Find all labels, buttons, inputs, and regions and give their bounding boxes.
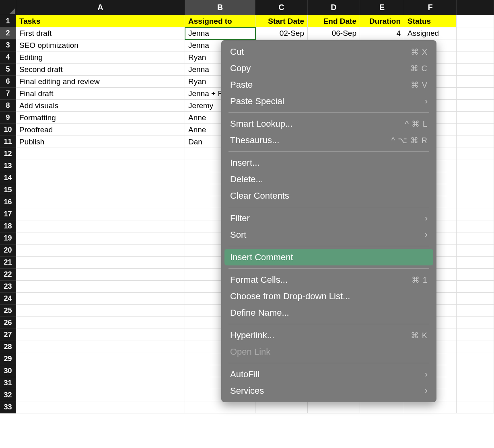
cell-B33[interactable]	[185, 401, 255, 413]
cell-A10[interactable]: Proofread	[16, 124, 185, 136]
cell-G12[interactable]	[457, 148, 494, 160]
row-header-20[interactable]: 20	[0, 245, 16, 257]
cell-A6[interactable]: Final editing and review	[16, 76, 185, 88]
cell-G2[interactable]	[457, 27, 494, 39]
cell-A3[interactable]: SEO optimization	[16, 39, 185, 51]
row-header-15[interactable]: 15	[0, 184, 16, 196]
cell-G19[interactable]	[457, 232, 494, 245]
row-header-28[interactable]: 28	[0, 341, 16, 353]
row-header-31[interactable]: 31	[0, 377, 16, 389]
cell-A18[interactable]	[16, 220, 185, 232]
row-header-7[interactable]: 7	[0, 88, 16, 100]
row-header-5[interactable]: 5	[0, 64, 16, 76]
cell-G22[interactable]	[457, 269, 494, 281]
row-header-22[interactable]: 22	[0, 269, 16, 281]
row-header-32[interactable]: 32	[0, 389, 16, 401]
menu-insert[interactable]: Insert...	[221, 154, 436, 171]
row-header-19[interactable]: 19	[0, 232, 16, 245]
cell-A22[interactable]	[16, 269, 185, 281]
cell-A11[interactable]: Publish	[16, 136, 185, 148]
row-header-30[interactable]: 30	[0, 365, 16, 377]
cell-A17[interactable]	[16, 208, 185, 220]
cell-G18[interactable]	[457, 220, 494, 232]
row-header-27[interactable]: 27	[0, 329, 16, 341]
cell-D2[interactable]: 06-Sep	[308, 27, 360, 39]
cell-G23[interactable]	[457, 281, 494, 293]
cell-C33[interactable]	[255, 401, 308, 413]
row-header-24[interactable]: 24	[0, 293, 16, 305]
cell-A30[interactable]	[16, 365, 185, 377]
cell-G13[interactable]	[457, 160, 494, 172]
cell-A33[interactable]	[16, 401, 185, 413]
cell-A2[interactable]: First draft	[16, 27, 185, 39]
cell-A23[interactable]	[16, 281, 185, 293]
cell-A24[interactable]	[16, 293, 185, 305]
cell-A14[interactable]	[16, 172, 185, 184]
cell-G26[interactable]	[457, 317, 494, 329]
cell-G30[interactable]	[457, 365, 494, 377]
cell-G17[interactable]	[457, 208, 494, 220]
cell-A7[interactable]: Final draft	[16, 88, 185, 100]
row-header-13[interactable]: 13	[0, 160, 16, 172]
cell-G21[interactable]	[457, 257, 494, 269]
row-header-29[interactable]: 29	[0, 353, 16, 365]
menu-define-name[interactable]: Define Name...	[221, 304, 436, 321]
cell-E33[interactable]	[360, 401, 404, 413]
cell-F2[interactable]: Assigned	[404, 27, 457, 39]
menu-filter[interactable]: Filter ›	[221, 210, 436, 226]
menu-dropdown-list[interactable]: Choose from Drop-down List...	[221, 288, 436, 304]
menu-delete[interactable]: Delete...	[221, 171, 436, 187]
menu-services[interactable]: Services ›	[221, 382, 436, 399]
cell-D1[interactable]: End Date	[308, 15, 360, 27]
menu-clear-contents[interactable]: Clear Contents	[221, 187, 436, 204]
menu-paste-special[interactable]: Paste Special ›	[221, 93, 436, 109]
col-header-G[interactable]	[457, 0, 494, 15]
cell-A16[interactable]	[16, 196, 185, 208]
cell-G3[interactable]	[457, 39, 494, 51]
cell-A26[interactable]	[16, 317, 185, 329]
row-header-14[interactable]: 14	[0, 172, 16, 184]
cell-A19[interactable]	[16, 232, 185, 245]
cell-G25[interactable]	[457, 305, 494, 317]
cell-G32[interactable]	[457, 389, 494, 401]
row-header-1[interactable]: 1	[0, 15, 16, 27]
cell-G16[interactable]	[457, 196, 494, 208]
row-header-12[interactable]: 12	[0, 148, 16, 160]
cell-A28[interactable]	[16, 341, 185, 353]
cell-A29[interactable]	[16, 353, 185, 365]
cell-A4[interactable]: Editing	[16, 51, 185, 64]
cell-G29[interactable]	[457, 353, 494, 365]
cell-G6[interactable]	[457, 76, 494, 88]
menu-smart-lookup[interactable]: Smart Lookup... ^ ⌘ L	[221, 115, 436, 132]
cell-G28[interactable]	[457, 341, 494, 353]
cell-A21[interactable]	[16, 257, 185, 269]
row-header-23[interactable]: 23	[0, 281, 16, 293]
menu-insert-comment[interactable]: Insert Comment	[224, 249, 433, 265]
cell-A1[interactable]: Tasks	[16, 15, 185, 27]
menu-hyperlink[interactable]: Hyperlink... ⌘ K	[221, 327, 436, 343]
cell-E1[interactable]: Duration	[360, 15, 404, 27]
cell-G5[interactable]	[457, 64, 494, 76]
row-header-17[interactable]: 17	[0, 208, 16, 220]
row-header-6[interactable]: 6	[0, 76, 16, 88]
cell-B2[interactable]: Jenna	[185, 27, 255, 39]
menu-sort[interactable]: Sort ›	[221, 226, 436, 243]
cell-F33[interactable]	[404, 401, 457, 413]
cell-A13[interactable]	[16, 160, 185, 172]
cell-G9[interactable]	[457, 112, 494, 124]
select-all-corner[interactable]	[0, 0, 16, 15]
cell-A15[interactable]	[16, 184, 185, 196]
col-header-D[interactable]: D	[308, 0, 360, 15]
row-header-2[interactable]: 2	[0, 27, 16, 39]
col-header-E[interactable]: E	[360, 0, 404, 15]
cell-A8[interactable]: Add visuals	[16, 100, 185, 112]
row-header-33[interactable]: 33	[0, 401, 16, 413]
cell-G8[interactable]	[457, 100, 494, 112]
cell-A20[interactable]	[16, 245, 185, 257]
cell-G20[interactable]	[457, 245, 494, 257]
cell-G33[interactable]	[457, 401, 494, 413]
menu-copy[interactable]: Copy ⌘ C	[221, 60, 436, 76]
row-header-11[interactable]: 11	[0, 136, 16, 148]
row-header-25[interactable]: 25	[0, 305, 16, 317]
cell-C1[interactable]: Start Date	[255, 15, 308, 27]
